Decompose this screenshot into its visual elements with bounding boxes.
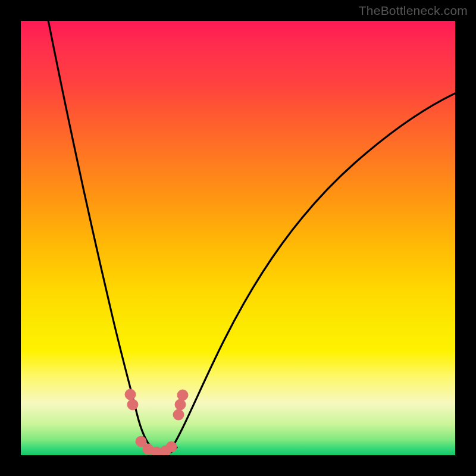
chart-frame: TheBottleneck.com	[0, 0, 476, 476]
marker-group	[125, 389, 188, 455]
marker-dot	[177, 390, 188, 400]
curve-left-branch	[46, 21, 155, 450]
curve-right-branch	[170, 91, 455, 451]
plot-area	[21, 21, 455, 455]
chart-svg	[21, 21, 455, 455]
marker-dot	[125, 389, 136, 400]
marker-dot	[173, 409, 184, 420]
watermark-text: TheBottleneck.com	[359, 4, 468, 18]
marker-dot	[175, 399, 186, 410]
marker-dot	[127, 399, 138, 410]
marker-dot	[166, 441, 177, 452]
